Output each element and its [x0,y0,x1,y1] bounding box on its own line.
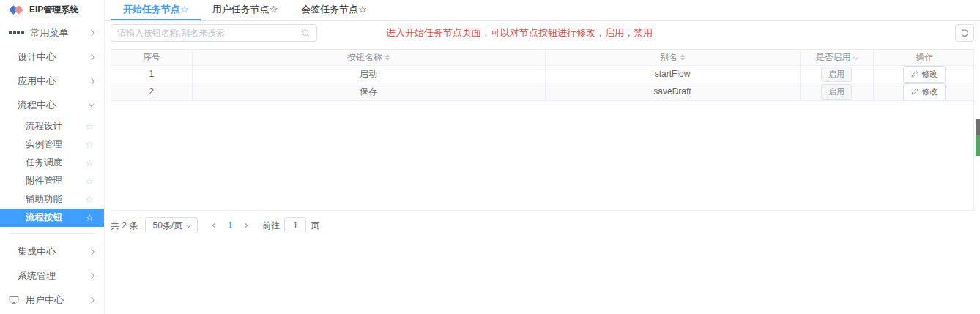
star-icon[interactable]: ☆ [85,194,94,205]
data-table: 序号 按钮名称 别名 是否启用 操作 1 启动 startFlow 启用 [111,49,974,211]
chevron-right-icon [89,29,94,35]
col-header-alias[interactable]: 别名 [545,50,800,65]
sidebar-item-label: 设计中心 [18,51,56,64]
star-icon[interactable]: ☆ [85,139,94,150]
sidebar-item-label: 流程设计 [26,120,62,132]
col-header-button-name[interactable]: 按钮名称 [192,50,545,65]
content: 进入开始任务节点页面，可以对节点按钮进行修改，启用，禁用 序号 按钮名称 别名 [105,21,980,314]
page-notice-text: 进入开始任务节点页面，可以对节点按钮进行修改，启用，禁用 [386,26,653,40]
table-header-row: 序号 按钮名称 别名 是否启用 操作 [111,50,974,65]
sidebar-divider [9,233,95,234]
chevron-down-icon [89,101,94,107]
next-page-button[interactable] [237,217,252,233]
edit-button[interactable]: 修改 [903,66,946,83]
sidebar-item-label: 流程中心 [18,99,56,112]
chevron-right-icon [89,53,94,59]
edit-button[interactable]: 修改 [903,83,946,100]
sidebar-item-label: 辅助功能 [26,193,62,206]
refresh-icon [959,28,970,38]
cell-index: 2 [111,83,192,100]
pagination-total: 共 2 条 [111,220,138,232]
app-logo: EIP管理系统 [0,0,104,19]
sidebar-item-app-center[interactable]: 应用中心 [0,69,104,93]
pencil-icon [911,70,918,78]
table-row: 1 启动 startFlow 启用 修改 [111,65,974,83]
sidebar-nav: 常用菜单 设计中心 应用中心 流程中心 流程设计 ☆ 实例管理 ☆ [0,19,104,312]
sidebar: EIP管理系统 常用菜单 设计中心 应用中心 流程中心 流程设计 [0,0,105,314]
sidebar-item-integration-center[interactable]: 集成中心 [0,239,104,263]
sidebar-item-aux-function[interactable]: 辅助功能 ☆ [0,190,104,209]
col-header-index: 序号 [111,50,192,65]
app-title: EIP管理系统 [29,4,78,16]
logo-diamond-red-icon [14,5,23,15]
prev-page-button[interactable] [208,217,223,233]
tab-countersign-task-node[interactable]: 会签任务节点☆ [289,0,379,20]
sidebar-item-label: 附件管理 [26,175,62,187]
sidebar-item-design-center[interactable]: 设计中心 [0,45,104,69]
cell-alias: saveDraft [545,83,800,100]
refresh-button[interactable] [955,24,974,42]
tab-start-task-node[interactable]: 开始任务节点☆ [111,0,201,20]
search-box[interactable] [111,24,317,42]
chevron-right-icon [89,296,94,302]
star-icon[interactable]: ☆ [85,176,94,187]
search-input[interactable] [117,28,301,38]
cell-enabled: 启用 [800,83,873,100]
edge-widget-gray-handle[interactable] [976,119,980,135]
sidebar-item-common-menu[interactable]: 常用菜单 [0,20,104,45]
sidebar-item-label: 常用菜单 [31,26,69,40]
chevron-down-icon [186,222,191,227]
cell-enabled: 启用 [800,65,873,83]
sidebar-item-task-schedule[interactable]: 任务调度 ☆ [0,154,104,172]
col-header-action: 操作 [873,50,974,65]
pencil-icon [911,88,918,95]
col-header-enabled[interactable]: 是否启用 [800,50,873,65]
cell-action: 修改 [873,65,974,83]
sidebar-item-attachment-manage[interactable]: 附件管理 ☆ [0,172,104,190]
app-window: EIP管理系统 常用菜单 设计中心 应用中心 流程中心 流程设计 [0,0,980,314]
cell-action: 修改 [873,83,974,100]
enabled-toggle-button[interactable]: 启用 [821,84,852,100]
tab-user-task-node[interactable]: 用户任务节点☆ [201,0,290,20]
page-number[interactable]: 1 [223,220,237,231]
sidebar-item-label: 集成中心 [18,245,56,258]
sidebar-item-process-button[interactable]: 流程按钮 ☆ [0,209,104,227]
filter-chevron-icon[interactable] [853,55,858,60]
chevron-right-icon [89,248,94,254]
sidebar-item-user-center[interactable]: 用户中心 [0,288,104,312]
search-icon [301,29,311,38]
page-size-select[interactable]: 50条/页 [145,217,198,233]
cell-index: 1 [111,65,192,83]
chevron-left-icon [212,223,218,228]
enabled-toggle-button[interactable]: 启用 [821,67,852,82]
sidebar-item-instance-manage[interactable]: 实例管理 ☆ [0,135,104,154]
main-area: 开始任务节点☆ 用户任务节点☆ 会签任务节点☆ 进入开始任务节点页面，可以对节点… [105,0,980,314]
floating-edge-widget[interactable] [976,119,980,156]
star-icon[interactable]: ☆ [85,212,94,223]
sidebar-item-label: 任务调度 [26,157,62,169]
page-unit-label: 页 [311,220,319,232]
edge-widget-green-handle[interactable] [976,135,980,156]
star-icon[interactable]: ☆ [85,157,94,168]
sidebar-item-system-manage[interactable]: 系统管理 [0,263,104,288]
tab-bar: 开始任务节点☆ 用户任务节点☆ 会签任务节点☆ [105,0,980,21]
grid-icon [9,31,24,34]
cell-button-name: 启动 [192,65,545,83]
sort-caret-icon[interactable] [385,54,390,61]
sidebar-item-label: 系统管理 [18,269,56,283]
goto-page-input[interactable] [284,217,306,233]
sidebar-item-process-design[interactable]: 流程设计 ☆ [0,117,104,135]
sidebar-item-label: 流程按钮 [26,212,62,224]
cell-button-name: 保存 [192,83,545,100]
sidebar-item-process-center[interactable]: 流程中心 [0,93,104,117]
toolbar: 进入开始任务节点页面，可以对节点按钮进行修改，启用，禁用 [111,24,974,45]
chevron-right-icon [242,223,248,228]
sidebar-item-label: 实例管理 [26,138,62,151]
sort-caret-icon[interactable] [680,54,685,61]
cell-alias: startFlow [545,65,800,83]
star-icon[interactable]: ☆ [85,121,94,132]
sidebar-item-label: 应用中心 [18,75,56,88]
monitor-icon [9,295,19,305]
pagination-bar: 共 2 条 50条/页 1 前往 页 [111,217,974,233]
sidebar-item-label: 用户中心 [26,294,64,307]
